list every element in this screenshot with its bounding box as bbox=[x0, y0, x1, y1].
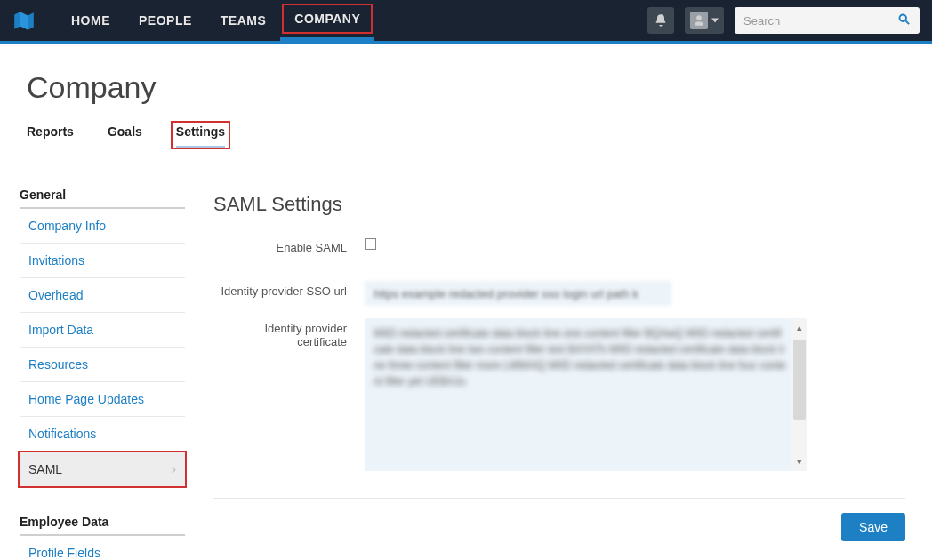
nav-people[interactable]: PEOPLE bbox=[125, 0, 206, 41]
svg-line-1 bbox=[905, 20, 909, 24]
scroll-thumb[interactable] bbox=[793, 340, 806, 420]
page-header: Company Reports Goals Settings bbox=[0, 44, 932, 166]
notifications-button[interactable] bbox=[647, 7, 674, 34]
topbar-right bbox=[647, 7, 920, 34]
sidebar-item-import-data[interactable]: Import Data bbox=[20, 313, 185, 348]
nav-items: HOME PEOPLE TEAMS COMPANY bbox=[57, 0, 374, 41]
scroll-down-icon[interactable]: ▾ bbox=[797, 456, 802, 468]
tab-goals[interactable]: Goals bbox=[108, 124, 142, 148]
sidebar-item-label: Resources bbox=[28, 357, 88, 372]
caret-down-icon bbox=[711, 17, 719, 24]
nav-company[interactable]: COMPANY bbox=[280, 0, 374, 41]
input-sso-url[interactable] bbox=[365, 281, 671, 306]
sidebar-item-label: Profile Fields bbox=[28, 546, 100, 560]
save-button[interactable]: Save bbox=[841, 513, 905, 541]
scrollbar[interactable]: ▴ ▾ bbox=[791, 318, 807, 471]
bell-icon bbox=[654, 13, 668, 28]
search-icon[interactable] bbox=[897, 12, 911, 29]
sidebar-item-label: Company Info bbox=[28, 219, 106, 233]
sidebar-item-label: SAML bbox=[28, 462, 62, 476]
label-sso-url: Identity provider SSO url bbox=[213, 281, 365, 298]
app-logo[interactable] bbox=[12, 9, 36, 32]
page-title: Company bbox=[27, 70, 905, 105]
topbar: HOME PEOPLE TEAMS COMPANY bbox=[0, 0, 932, 44]
save-row: Save bbox=[213, 513, 905, 541]
tab-reports[interactable]: Reports bbox=[27, 124, 74, 148]
avatar-icon bbox=[690, 12, 708, 29]
nav-company-label: COMPANY bbox=[294, 12, 360, 26]
sidebar-item-label: Overhead bbox=[28, 288, 83, 302]
content: General Company Info Invitations Overhea… bbox=[0, 166, 932, 560]
nav-teams[interactable]: TEAMS bbox=[206, 0, 281, 41]
checkbox-enable-saml[interactable] bbox=[365, 238, 376, 250]
scroll-up-icon[interactable]: ▴ bbox=[797, 322, 802, 333]
section-title: SAML Settings bbox=[213, 193, 905, 216]
row-sso-url: Identity provider SSO url bbox=[213, 281, 905, 306]
sidebar-item-profile-fields[interactable]: Profile Fields bbox=[20, 536, 185, 560]
user-menu-button[interactable] bbox=[685, 7, 724, 34]
textarea-content: MIID redacted certificate data block lin… bbox=[365, 318, 807, 471]
sidebar-item-label: Invitations bbox=[28, 253, 84, 268]
row-certificate: Identity provider certificate MIID redac… bbox=[213, 318, 905, 471]
sidebar-item-overhead[interactable]: Overhead bbox=[20, 278, 185, 313]
label-certificate: Identity provider certificate bbox=[213, 318, 365, 348]
textarea-certificate[interactable]: MIID redacted certificate data block lin… bbox=[365, 318, 807, 471]
sidebar-section-general: General bbox=[20, 188, 185, 209]
sidebar: General Company Info Invitations Overhea… bbox=[0, 166, 187, 560]
sidebar-item-home-page-updates[interactable]: Home Page Updates bbox=[20, 382, 185, 417]
svg-point-0 bbox=[900, 14, 907, 21]
main-panel: SAML Settings Enable SAML Identity provi… bbox=[187, 166, 905, 560]
tab-settings[interactable]: Settings bbox=[176, 124, 225, 148]
sidebar-item-notifications[interactable]: Notifications bbox=[20, 417, 185, 452]
tab-settings-label: Settings bbox=[176, 124, 225, 139]
sidebar-item-resources[interactable]: Resources bbox=[20, 348, 185, 382]
chevron-right-icon: › bbox=[172, 461, 176, 477]
sidebar-section-employee-data: Employee Data bbox=[20, 515, 185, 536]
divider bbox=[213, 498, 905, 499]
sidebar-item-label: Import Data bbox=[28, 323, 93, 337]
search-input[interactable] bbox=[743, 14, 897, 28]
search-box[interactable] bbox=[735, 7, 920, 34]
row-enable-saml: Enable SAML bbox=[213, 237, 905, 254]
sidebar-item-label: Notifications bbox=[28, 427, 96, 441]
nav-home[interactable]: HOME bbox=[57, 0, 125, 41]
tabs: Reports Goals Settings bbox=[27, 124, 905, 148]
sidebar-item-label: Home Page Updates bbox=[28, 392, 144, 406]
sidebar-item-invitations[interactable]: Invitations bbox=[20, 244, 185, 278]
sidebar-item-saml[interactable]: SAML › bbox=[20, 452, 185, 488]
sidebar-item-company-info[interactable]: Company Info bbox=[20, 209, 185, 244]
label-enable-saml: Enable SAML bbox=[213, 237, 365, 254]
